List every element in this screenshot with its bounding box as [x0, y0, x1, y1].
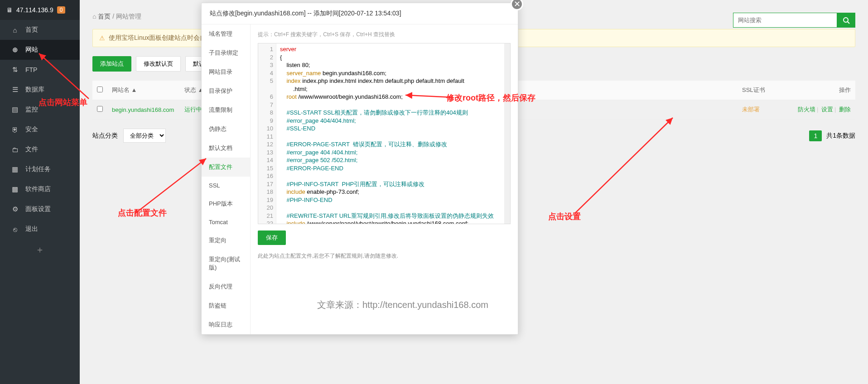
col-name[interactable]: 网站名 ▲ [107, 81, 180, 100]
tab-conf[interactable]: 配置文件 [202, 158, 250, 177]
tab-default[interactable]: 默认文档 [202, 139, 250, 158]
op-settings[interactable]: 设置 [821, 106, 833, 113]
editor-gutter: 1 2 3 4 5 6 7 8 9 10 11 12 13 14 15 16 1… [258, 43, 276, 224]
menu-ftp[interactable]: ⇅FTP [0, 60, 80, 80]
menu-site[interactable]: ⊕网站 [0, 40, 80, 60]
menu-cron[interactable]: ▦计划任务 [0, 159, 80, 179]
server-ip: 47.114.136.9 [16, 6, 53, 14]
search-wrap [733, 13, 855, 28]
server-icon: 🖥 [6, 6, 13, 14]
calendar-icon: ▦ [11, 165, 19, 173]
shield-icon: ⛨ [11, 126, 19, 134]
add-site-button[interactable]: 添加站点 [92, 56, 131, 72]
tab-sub[interactable]: 子目录绑定 [202, 43, 250, 62]
tab-limit[interactable]: 流量限制 [202, 101, 250, 120]
monitor-icon: ▤ [11, 106, 19, 114]
default-page-button[interactable]: 修改默认页 [136, 56, 181, 72]
alert-text: 使用宝塔Linux面板创建站点时会自动 [109, 34, 212, 42]
row-checkbox[interactable] [97, 106, 103, 112]
op-firewall[interactable]: 防火墙 [798, 106, 815, 113]
menu-monitor[interactable]: ▤监控 [0, 100, 80, 120]
tab-redirect[interactable]: 重定向 [202, 231, 250, 250]
logout-icon: ⎋ [11, 226, 19, 233]
editor-code[interactable]: server { listen 80; server_name begin.yu… [276, 43, 510, 224]
crumb-current: 网站管理 [116, 13, 141, 20]
page-current[interactable]: 1 [809, 130, 822, 141]
menu-panel[interactable]: ⚙面板设置 [0, 199, 80, 219]
sidebar: 🖥 47.114.136.9 0 ⌂首页 ⊕网站 ⇅FTP ☰数据库 ▤监控 ⛨… [0, 0, 80, 384]
menu-soft[interactable]: ▩软件商店 [0, 179, 80, 199]
col-ops: 操作 [787, 81, 855, 100]
close-icon: ✕ [514, 0, 521, 9]
tab-tomcat[interactable]: Tomcat [202, 213, 250, 231]
menu-security[interactable]: ⛨安全 [0, 120, 80, 139]
tab-ssl[interactable]: SSL [202, 177, 250, 194]
tab-log[interactable]: 响应日志 [202, 315, 250, 334]
home-icon: ⌂ [92, 13, 96, 20]
main-menu: ⌂首页 ⊕网站 ⇅FTP ☰数据库 ▤监控 ⛨安全 🗀文件 ▦计划任务 ▩软件商… [0, 20, 80, 239]
gear-icon: ⚙ [11, 205, 19, 213]
tab-redirect2[interactable]: 重定向(测试版) [202, 250, 250, 277]
menu-home[interactable]: ⌂首页 [0, 20, 80, 40]
add-menu-button[interactable]: ＋ [0, 239, 80, 260]
modal-title: 站点修改[begin.yundashi168.com] -- 添加时间[2020… [202, 3, 518, 24]
search-icon [843, 17, 850, 24]
editor-note: 此处为站点主配置文件,若您不了解配置规则,请勿随意修改. [258, 252, 511, 260]
page-total: 共1条数据 [826, 132, 855, 140]
svg-line-1 [848, 22, 849, 24]
tab-antisteal[interactable]: 防盗链 [202, 296, 250, 315]
home-icon: ⌂ [11, 26, 19, 34]
search-button[interactable] [837, 13, 855, 28]
editor-scrollbar[interactable] [504, 43, 510, 224]
notif-badge[interactable]: 0 [57, 6, 66, 14]
save-button[interactable]: 保存 [258, 230, 286, 245]
tab-php[interactable]: PHP版本 [202, 194, 250, 213]
ssl-status[interactable]: 未部署 [742, 106, 760, 113]
grid-icon: ▩ [11, 185, 19, 193]
globe-icon: ⊕ [11, 46, 19, 54]
warning-icon: ⚠ [99, 34, 105, 42]
tab-rewrite[interactable]: 伪静态 [202, 120, 250, 139]
select-all-checkbox[interactable] [97, 86, 103, 92]
editor-tip: 提示：Ctrl+F 搜索关键字，Ctrl+S 保存，Ctrl+H 查找替换 [258, 31, 511, 38]
col-ssl: SSL证书 [738, 81, 787, 100]
menu-db[interactable]: ☰数据库 [0, 80, 80, 100]
menu-logout[interactable]: ⎋退出 [0, 219, 80, 239]
tab-dir[interactable]: 网站目录 [202, 62, 250, 82]
filter-label: 站点分类 [92, 132, 118, 139]
filter-select[interactable]: 全部分类 [123, 129, 166, 143]
search-input[interactable] [733, 13, 837, 28]
config-editor[interactable]: 1 2 3 4 5 6 7 8 9 10 11 12 13 14 15 16 1… [258, 43, 511, 224]
svg-point-0 [844, 18, 848, 22]
modal-pane: 提示：Ctrl+F 搜索关键字，Ctrl+S 保存，Ctrl+H 查找替换 1 … [251, 24, 518, 334]
ftp-icon: ⇅ [11, 66, 19, 74]
site-link[interactable]: begin.yundashi168.com [112, 106, 174, 113]
menu-files[interactable]: 🗀文件 [0, 139, 80, 159]
tab-proxy[interactable]: 反向代理 [202, 277, 250, 296]
folder-icon: 🗀 [11, 146, 19, 154]
modal-tabs: 域名管理 子目录绑定 网站目录 目录保护 流量限制 伪静态 默认文档 配置文件 … [202, 24, 251, 334]
tab-domain[interactable]: 域名管理 [202, 24, 250, 43]
sidebar-header: 🖥 47.114.136.9 0 [0, 0, 80, 20]
pager: 1 共1条数据 [809, 130, 855, 141]
op-delete[interactable]: 删除 [839, 106, 851, 113]
site-edit-modal: ✕ 站点修改[begin.yundashi168.com] -- 添加时间[20… [201, 3, 518, 335]
tab-protect[interactable]: 目录保护 [202, 82, 250, 101]
db-icon: ☰ [11, 86, 19, 94]
crumb-home[interactable]: 首页 [98, 13, 111, 20]
